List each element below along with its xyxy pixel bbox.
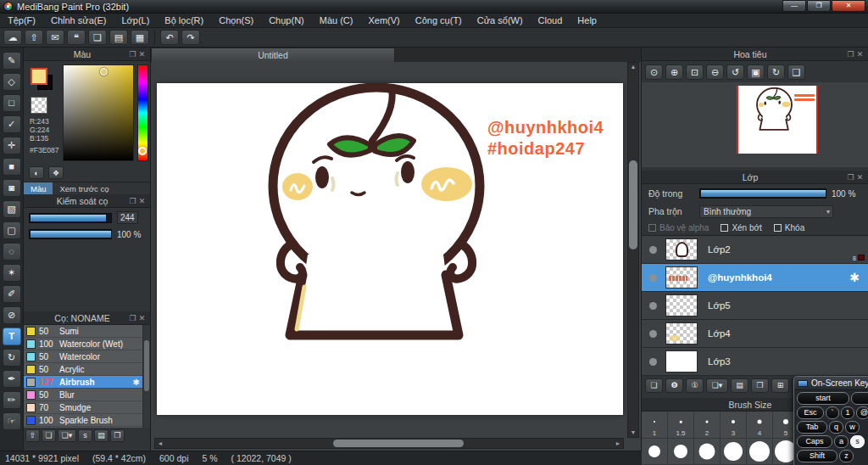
layer-visibility-dot[interactable] (649, 358, 657, 366)
hue-bar[interactable] (137, 64, 148, 161)
tool-fill-rect[interactable]: ■ (3, 158, 21, 176)
scrollbar-thumb[interactable] (333, 440, 465, 447)
cloud-button[interactable]: ☁ (3, 30, 22, 45)
layer-visibility-dot[interactable] (649, 246, 657, 254)
close-icon[interactable]: ✕ (137, 314, 147, 322)
scroll-left-arrow[interactable]: ◄ (157, 439, 164, 449)
key-esc[interactable]: Esc (797, 406, 824, 419)
tab-color[interactable]: Màu (24, 182, 53, 194)
saturation-box[interactable] (63, 64, 134, 161)
key-z[interactable]: z (839, 450, 854, 462)
brush-opacity-slider[interactable] (29, 229, 112, 239)
layer-visibility-dot[interactable] (649, 330, 657, 338)
menu-help[interactable]: Help (570, 14, 604, 28)
redo-button[interactable]: ↷ (181, 30, 200, 45)
chat-button[interactable]: ❝ (67, 30, 86, 45)
palette-button[interactable]: ◐ (29, 166, 44, 179)
script-brush-button[interactable]: s (78, 429, 92, 442)
tool-gradient[interactable]: ▧ (3, 200, 21, 218)
brush-size-preset[interactable] (721, 439, 747, 465)
key-a[interactable]: a (834, 435, 849, 448)
tool-select-eraser[interactable]: ⊘ (3, 306, 21, 324)
brush-size-slider[interactable] (29, 213, 112, 223)
layer-folder-button[interactable]: ▤ (731, 378, 748, 393)
tool-eyedropper[interactable]: ✒ (3, 370, 21, 388)
scroll-up-arrow[interactable]: ▲ (628, 63, 638, 71)
tool-text[interactable]: T (3, 328, 21, 345)
brush-item[interactable]: 100 Watercolor (Wet) (24, 338, 150, 350)
layer-row[interactable]: Lớp3 (642, 348, 868, 376)
tab-brush-preview[interactable]: Xem trước cọ (53, 182, 115, 194)
close-icon[interactable]: ✕ (137, 50, 147, 59)
key-caps[interactable]: Caps (797, 435, 832, 448)
menu-select[interactable]: Chọn(S) (211, 14, 261, 28)
key-partial[interactable]: s (851, 392, 868, 405)
tool-pen[interactable]: ✏ (3, 391, 21, 409)
hue-picker[interactable] (138, 147, 147, 155)
rotate-left-button[interactable]: ↺ (726, 64, 744, 80)
menu-edit[interactable]: Chỉnh sửa(E) (43, 14, 114, 28)
menu-file[interactable]: Tệp(F) (0, 14, 43, 28)
canvas-vertical-scrollbar[interactable]: ▲ ▼ (627, 62, 639, 438)
close-icon[interactable]: ✕ (855, 50, 865, 59)
canvas-horizontal-scrollbar[interactable]: ◄ ► (154, 438, 624, 449)
scrollbar-thumb[interactable] (144, 340, 149, 391)
key-1[interactable]: 1 (841, 406, 854, 419)
menu-window[interactable]: Cửa sổ(W) (470, 14, 531, 28)
brush-size-preset[interactable]: 1.5 (668, 412, 694, 439)
brush-size-preset[interactable]: 1 (642, 412, 668, 439)
brush-size-preset[interactable] (668, 439, 694, 465)
menu-layer[interactable]: Lớp(L) (114, 14, 157, 28)
tool-move[interactable]: ✛ (3, 137, 21, 154)
key-q[interactable]: q (829, 421, 843, 434)
reset-view-button[interactable]: ▣ (747, 64, 765, 80)
rotate-right-button[interactable]: ↻ (767, 64, 785, 80)
brush-list-scrollbar[interactable] (142, 325, 150, 428)
menu-view[interactable]: Xem(V) (360, 14, 407, 28)
popout-icon[interactable]: ❐ (846, 50, 855, 59)
tool-lasso[interactable]: ◌ (3, 243, 21, 261)
scroll-right-arrow[interactable]: ► (615, 439, 621, 449)
panel-list-button[interactable]: ▤ (109, 30, 128, 45)
lock-button[interactable]: ❑ (787, 64, 805, 80)
undo-button[interactable]: ↶ (160, 30, 179, 45)
popout-icon[interactable]: ❐ (128, 50, 137, 59)
fit-screen-button[interactable]: ⊡ (686, 64, 704, 80)
brush-size-preset[interactable] (747, 439, 773, 465)
zoom-actual-button[interactable]: ⊙ (645, 64, 663, 80)
key-w[interactable]: w (845, 421, 860, 434)
brush-size-preset[interactable]: 2 (694, 412, 721, 439)
tool-bucket[interactable]: ◙ (3, 179, 21, 197)
layer-row-selected[interactable]: @huynhkhoi4 ✱ (642, 264, 868, 292)
menu-color[interactable]: Màu (C) (312, 14, 361, 28)
layer-row[interactable]: Lớp2 8 (642, 236, 868, 264)
menu-filter[interactable]: Bộ lọc(R) (157, 14, 211, 28)
brush-item[interactable]: 50 Blur (24, 389, 150, 401)
key-s[interactable]: s (850, 435, 865, 448)
brush-size-preset[interactable] (642, 439, 668, 465)
foreground-color-swatch[interactable] (31, 68, 47, 85)
document-tab[interactable]: Untitled (151, 48, 395, 62)
clipping-checkbox[interactable]: Xén bớt (721, 223, 761, 232)
zoom-in-button[interactable]: ⊕ (665, 64, 683, 80)
protect-alpha-checkbox[interactable]: Bảo vệ alpha (648, 223, 709, 232)
layer-opacity-slider[interactable] (699, 188, 826, 199)
maximize-button[interactable]: ❐ (807, 0, 831, 12)
layer-visibility-dot[interactable] (649, 302, 657, 310)
brush-size-preset[interactable]: 4 (747, 412, 773, 439)
tool-operation[interactable]: ↻ (3, 349, 21, 367)
popout-icon[interactable]: ❐ (128, 197, 137, 205)
on-screen-keyboard-window[interactable]: On-Screen Keybo start s Esc ` 1 @ Tab q … (793, 376, 868, 465)
new-1bit-layer-button[interactable]: ① (686, 378, 704, 393)
transparent-color-swatch[interactable] (31, 97, 47, 114)
menu-snap[interactable]: Chụp(N) (261, 14, 312, 28)
minimize-button[interactable]: — (782, 0, 806, 12)
tool-magic-wand[interactable]: ✶ (3, 264, 21, 282)
brush-folder-button[interactable]: ▤ (94, 429, 108, 442)
new-brush-button[interactable]: ❏ (42, 429, 56, 442)
tool-dot-pen[interactable]: ✓ (3, 115, 21, 133)
scrollbar-thumb[interactable] (629, 160, 637, 249)
menu-cloud[interactable]: Cloud (531, 14, 570, 28)
brush-settings-icon[interactable]: ✱ (133, 378, 140, 387)
close-button[interactable]: ✕ (832, 0, 865, 12)
